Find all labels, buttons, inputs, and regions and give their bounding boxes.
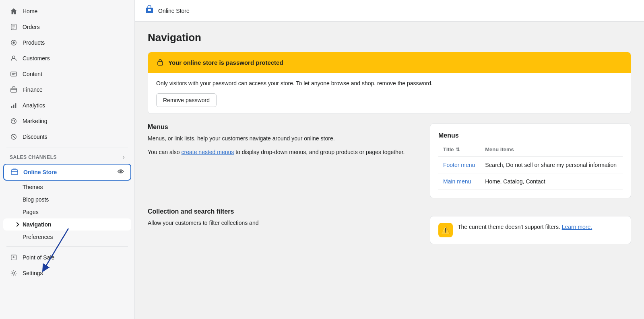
password-banner-body: Only visitors with your password can acc… <box>148 73 631 113</box>
customers-icon <box>10 54 18 62</box>
analytics-icon <box>10 101 18 109</box>
sidebar-item-orders[interactable]: Orders <box>3 19 131 35</box>
svg-rect-14 <box>15 103 17 108</box>
sales-channels-expand-icon[interactable]: › <box>123 154 125 160</box>
sidebar-item-discounts[interactable]: Discounts <box>3 129 131 144</box>
discounts-icon <box>10 133 18 141</box>
remove-password-button[interactable]: Remove password <box>156 93 217 107</box>
sidebar-navigation: Home Orders Products Customers Content <box>0 0 134 284</box>
menus-card: Menus Title ⇅ Menu items <box>430 123 631 198</box>
sidebar-item-online-store[interactable]: Online Store 👁 <box>3 164 131 181</box>
password-banner: Your online store is password protected … <box>148 52 631 114</box>
sidebar-item-marketing[interactable]: Marketing <box>3 113 131 129</box>
sidebar-item-analytics[interactable]: Analytics <box>3 98 131 113</box>
menus-description-col: Menus Menus, or link lists, help your cu… <box>148 123 420 198</box>
top-bar-title: Online Store <box>158 8 190 14</box>
orders-icon <box>10 23 18 31</box>
finance-icon <box>10 86 18 94</box>
warning-triangle-icon: ⚠️ <box>441 226 450 235</box>
top-bar: Online Store <box>135 0 644 22</box>
menus-nested-description: You can also create nested menus to disp… <box>148 148 420 156</box>
warning-icon-wrap: ⚠️ <box>438 223 453 237</box>
menus-description: Menus, or link lists, help your customer… <box>148 134 420 143</box>
footer-menu-cell: Footer menu <box>438 157 480 173</box>
online-store-icon <box>10 168 19 176</box>
filter-learn-more-link[interactable]: Learn more. <box>562 224 592 230</box>
filters-warning-col: ⚠️ The current theme doesn't support fil… <box>430 208 631 244</box>
sidebar: Home Orders Products Customers Content <box>0 0 135 319</box>
menus-table-header-title: Title ⇅ <box>438 142 480 157</box>
filters-description: Allow your customers to filter collectio… <box>148 218 420 227</box>
menus-table-col: Menus Title ⇅ Menu items <box>430 123 631 198</box>
sales-channels-header: Sales channels › <box>3 151 131 163</box>
svg-point-19 <box>14 137 15 138</box>
eye-icon[interactable]: 👁 <box>118 169 124 176</box>
sidebar-item-products[interactable]: Products <box>3 35 131 50</box>
content-icon <box>10 70 18 78</box>
sidebar-item-settings[interactable]: Settings <box>3 265 131 281</box>
settings-icon <box>10 269 18 277</box>
products-icon <box>10 39 18 47</box>
sidebar-item-customers[interactable]: Customers <box>3 51 131 66</box>
filters-two-col: Collection and search filters Allow your… <box>148 208 631 244</box>
sidebar-divider <box>6 148 128 148</box>
filters-description-col: Collection and search filters Allow your… <box>148 208 420 244</box>
home-icon <box>10 7 18 15</box>
menus-two-col: Menus Menus, or link lists, help your cu… <box>148 123 631 198</box>
menus-section-title: Menus <box>148 123 420 131</box>
sidebar-item-point-of-sale[interactable]: Point of Sale <box>3 250 131 265</box>
main-content: Online Store Navigation Your online stor… <box>135 0 644 319</box>
menus-card-title: Menus <box>438 132 623 139</box>
svg-rect-29 <box>158 62 163 65</box>
sidebar-item-home[interactable]: Home <box>3 4 131 19</box>
sidebar-item-content[interactable]: Content <box>3 66 131 82</box>
svg-point-25 <box>12 272 14 274</box>
table-row: Footer menu Search, Do not sell or share… <box>438 157 623 173</box>
marketing-icon <box>10 117 18 125</box>
menus-table-header-items: Menu items <box>480 142 623 157</box>
main-menu-items-cell: Home, Catalog, Contact <box>480 173 623 190</box>
svg-point-5 <box>12 41 14 43</box>
lock-icon <box>156 58 164 67</box>
online-store-left: Online Store <box>10 168 57 176</box>
footer-menu-link[interactable]: Footer menu <box>443 162 475 168</box>
svg-point-18 <box>12 136 13 136</box>
menus-table: Title ⇅ Menu items Footer menu Search, D <box>438 142 623 190</box>
svg-rect-10 <box>11 88 17 92</box>
svg-rect-20 <box>11 170 18 175</box>
pos-icon <box>10 253 18 261</box>
main-menu-cell: Main menu <box>438 173 480 190</box>
svg-rect-7 <box>11 72 17 76</box>
filter-warning-text: The current theme doesn't support filter… <box>458 223 592 231</box>
sidebar-subitem-themes[interactable]: Themes <box>3 181 131 193</box>
footer-menu-items-cell: Search, Do not sell or share my personal… <box>480 157 623 173</box>
svg-rect-28 <box>148 9 151 11</box>
sidebar-divider-2 <box>6 246 128 247</box>
sidebar-subitem-pages[interactable]: Pages <box>3 206 131 218</box>
svg-rect-13 <box>13 105 14 108</box>
page-title: Navigation <box>148 31 631 44</box>
sidebar-item-finance[interactable]: Finance <box>3 82 131 97</box>
svg-rect-12 <box>11 106 12 108</box>
svg-point-15 <box>11 119 17 124</box>
store-logo-icon <box>144 5 154 16</box>
main-menu-link[interactable]: Main menu <box>443 178 471 185</box>
sort-icon[interactable]: ⇅ <box>456 147 460 152</box>
password-banner-header: Your online store is password protected <box>148 52 631 73</box>
table-row: Main menu Home, Catalog, Contact <box>438 173 623 190</box>
sidebar-subitem-blog-posts[interactable]: Blog posts <box>3 193 131 206</box>
filter-warning-card: ⚠️ The current theme doesn't support fil… <box>430 216 631 244</box>
content-area: Navigation Your online store is password… <box>135 22 644 319</box>
sidebar-subitem-preferences[interactable]: Preferences <box>3 231 131 243</box>
filters-section-title: Collection and search filters <box>148 208 420 215</box>
create-nested-menus-link[interactable]: create nested menus <box>182 149 234 155</box>
sidebar-subitem-navigation[interactable]: Navigation <box>3 218 131 231</box>
